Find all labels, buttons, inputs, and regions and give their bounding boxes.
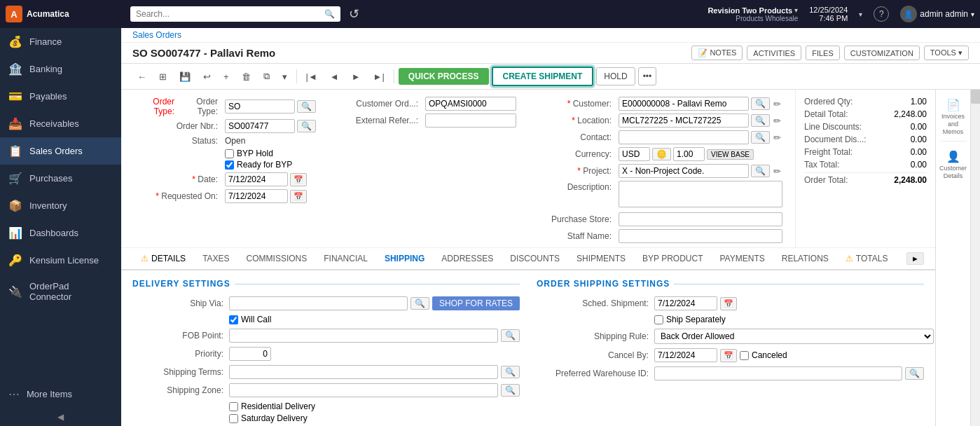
ship-via-lookup-btn[interactable]: 🔍	[410, 297, 429, 310]
activities-button[interactable]: ACTIVITIES	[747, 46, 801, 60]
customer-lookup-btn[interactable]: 🔍	[751, 97, 770, 110]
order-nbr-lookup-btn[interactable]: 🔍	[297, 120, 316, 132]
company-info[interactable]: Revision Two Products ▾ Products Wholesa…	[708, 6, 798, 22]
saturday-delivery-checkbox[interactable]	[229, 414, 238, 423]
priority-input[interactable]	[229, 347, 271, 361]
project-edit-btn[interactable]: ✏	[772, 166, 782, 177]
contact-input[interactable]	[619, 130, 749, 144]
sidebar-item-receivables[interactable]: 📥 Receivables	[0, 110, 121, 137]
date-input[interactable]	[225, 172, 288, 186]
tab-discounts[interactable]: DISCOUNTS	[502, 248, 568, 270]
tab-relations[interactable]: RELATIONS	[773, 248, 837, 270]
project-input[interactable]	[619, 164, 749, 178]
sidebar-item-finance[interactable]: 💰 Finance	[0, 28, 121, 55]
user-chevron-icon[interactable]: ▾	[971, 11, 974, 18]
view-base-btn[interactable]: VIEW BASE	[707, 149, 754, 160]
location-edit-btn[interactable]: ✏	[772, 116, 782, 126]
contact-lookup-btn[interactable]: 🔍	[751, 131, 770, 144]
cancel-by-calendar-btn[interactable]: 📅	[720, 349, 737, 362]
saturday-delivery-label[interactable]: Saturday Delivery	[229, 413, 520, 423]
quick-process-button[interactable]: QUICK PROCESS	[399, 68, 489, 85]
help-icon[interactable]: ?	[874, 6, 889, 22]
tab-byp-product[interactable]: BYP PRODUCT	[634, 248, 711, 270]
sidebar-item-banking[interactable]: 🏦 Banking	[0, 55, 121, 83]
purchase-store-input[interactable]	[619, 212, 782, 226]
chevron-down-icon[interactable]: ▾	[859, 11, 862, 18]
order-type-lookup-btn[interactable]: 🔍	[297, 100, 316, 113]
tab-addresses[interactable]: ADDRESSES	[433, 248, 502, 270]
first-btn[interactable]: |◄	[301, 69, 322, 85]
hold-button[interactable]: HOLD	[596, 67, 635, 85]
app-logo[interactable]: A Acumatica	[6, 6, 125, 22]
more-actions-button[interactable]: •••	[638, 67, 657, 85]
currency-rate-input[interactable]	[673, 147, 705, 161]
customer-ord-input[interactable]	[425, 97, 516, 111]
canceled-checkbox[interactable]	[740, 351, 749, 360]
user-menu[interactable]: 👤 admin admin ▾	[900, 6, 974, 22]
files-button[interactable]: FILES	[806, 46, 840, 60]
order-nbr-input[interactable]	[225, 119, 295, 133]
sidebar-item-purchases[interactable]: 🛒 Purchases	[0, 165, 121, 192]
sidebar-item-payables[interactable]: 💳 Payables	[0, 83, 121, 110]
byp-hold-checkbox[interactable]	[225, 149, 234, 158]
sidebar-item-kensium[interactable]: 🔑 Kensium License	[0, 247, 121, 274]
tab-totals[interactable]: ⚠ TOTALS	[837, 248, 897, 270]
tab-financial[interactable]: FINANCIAL	[315, 248, 376, 270]
external-refer-input[interactable]	[425, 114, 516, 128]
sidebar-item-inventory[interactable]: 📦 Inventory	[0, 192, 121, 219]
location-lookup-btn[interactable]: 🔍	[751, 114, 770, 127]
delete-btn[interactable]: 🗑	[237, 69, 256, 85]
customer-edit-btn[interactable]: ✏	[772, 99, 782, 109]
sidebar-item-dashboards[interactable]: 📊 Dashboards	[0, 219, 121, 247]
last-btn[interactable]: ►|	[368, 69, 389, 85]
currency-lookup-btn[interactable]: 🪙	[652, 148, 671, 160]
fob-point-lookup-btn[interactable]: 🔍	[501, 329, 520, 342]
location-input[interactable]	[619, 114, 749, 128]
add-btn[interactable]: +	[219, 69, 234, 85]
vertical-scrollbar[interactable]	[970, 90, 980, 426]
next-btn[interactable]: ►	[347, 69, 366, 85]
contact-edit-btn[interactable]: ✏	[772, 132, 782, 143]
shipping-terms-lookup-btn[interactable]: 🔍	[501, 366, 520, 378]
staff-name-input[interactable]	[619, 229, 782, 243]
requested-on-input[interactable]	[225, 189, 288, 203]
sidebar-collapse-btn[interactable]: ◀	[0, 408, 121, 426]
search-input[interactable]	[136, 9, 322, 19]
scrollbar-thumb[interactable]	[971, 90, 981, 104]
preferred-warehouse-lookup-btn[interactable]: 🔍	[905, 367, 924, 380]
history-btn[interactable]: ↺	[349, 6, 359, 22]
preferred-warehouse-input[interactable]	[654, 366, 902, 380]
save-btn[interactable]: 💾	[174, 69, 195, 85]
sched-shipment-input[interactable]	[654, 296, 717, 310]
customer-details-btn[interactable]: 👤 Customer Details	[940, 147, 967, 183]
breadcrumb-link[interactable]: Sales Orders	[132, 30, 181, 40]
undo-btn[interactable]: ↩	[198, 69, 216, 85]
sidebar-item-orderpad[interactable]: 🔌 OrderPad Connector	[0, 274, 121, 309]
cancel-by-input[interactable]	[654, 348, 717, 362]
ship-separately-checkbox[interactable]	[654, 315, 663, 324]
search-icon[interactable]: 🔍	[324, 9, 335, 19]
ready-for-byp-checkbox-label[interactable]: Ready for BYP	[225, 160, 316, 170]
tab-shipments[interactable]: SHIPMENTS	[568, 248, 634, 270]
order-type-input[interactable]	[225, 99, 295, 114]
tab-commissions[interactable]: COMMISSIONS	[238, 248, 316, 270]
sched-shipment-calendar-btn[interactable]: 📅	[720, 297, 737, 310]
byp-hold-checkbox-label[interactable]: BYP Hold	[225, 149, 316, 158]
residential-delivery-label[interactable]: Residential Delivery	[229, 401, 520, 411]
sidebar-item-more-items[interactable]: ⋯ More Items	[0, 380, 121, 408]
tab-payments[interactable]: PAYMENTS	[712, 248, 773, 270]
create-shipment-button[interactable]: CREATE SHIPMENT	[492, 67, 594, 86]
shipping-terms-input[interactable]	[229, 365, 498, 379]
shipping-rule-select[interactable]: Back Order Allowed Cancel Remainder Ship…	[654, 329, 934, 344]
project-lookup-btn[interactable]: 🔍	[751, 165, 770, 177]
prev-btn[interactable]: ◄	[325, 69, 344, 85]
copy-dropdown-btn[interactable]: ▾	[277, 69, 292, 85]
back-btn[interactable]: ←	[132, 69, 151, 85]
copy-btn[interactable]: ⧉	[258, 68, 275, 85]
tools-button[interactable]: TOOLS ▾	[924, 46, 969, 60]
residential-delivery-checkbox[interactable]	[229, 402, 238, 411]
tab-taxes[interactable]: TAXES	[194, 248, 237, 270]
will-call-checkbox[interactable]	[229, 315, 238, 324]
shipping-zone-lookup-btn[interactable]: 🔍	[501, 384, 520, 397]
search-bar[interactable]: 🔍	[130, 6, 340, 22]
